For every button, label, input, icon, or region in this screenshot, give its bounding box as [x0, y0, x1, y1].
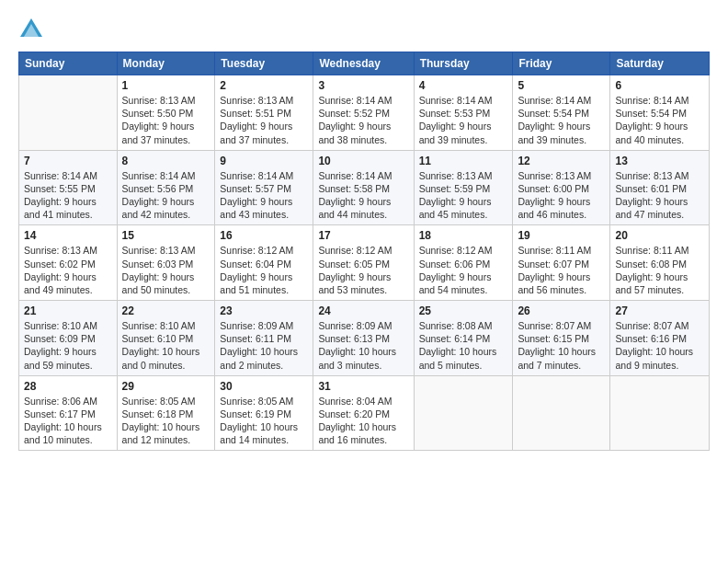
calendar-week-row: 7Sunrise: 8:14 AM Sunset: 5:55 PM Daylig…	[19, 150, 710, 225]
day-info: Sunrise: 8:13 AM Sunset: 6:01 PM Dayligh…	[615, 169, 704, 222]
calendar-cell: 30Sunrise: 8:05 AM Sunset: 6:19 PM Dayli…	[215, 375, 313, 451]
calendar-cell: 17Sunrise: 8:12 AM Sunset: 6:05 PM Dayli…	[313, 225, 414, 301]
day-info: Sunrise: 8:11 AM Sunset: 6:08 PM Dayligh…	[615, 244, 704, 296]
calendar-cell: 20Sunrise: 8:11 AM Sunset: 6:08 PM Dayli…	[610, 225, 710, 301]
day-number: 24	[318, 304, 408, 317]
calendar-cell: 31Sunrise: 8:04 AM Sunset: 6:20 PM Dayli…	[313, 375, 414, 451]
day-number: 16	[220, 229, 308, 242]
calendar-cell: 4Sunrise: 8:14 AM Sunset: 5:53 PM Daylig…	[414, 75, 513, 151]
day-info: Sunrise: 8:10 AM Sunset: 6:09 PM Dayligh…	[24, 319, 112, 372]
day-info: Sunrise: 8:12 AM Sunset: 6:05 PM Dayligh…	[318, 244, 408, 296]
calendar: SundayMondayTuesdayWednesdayThursdayFrid…	[18, 52, 710, 451]
day-info: Sunrise: 8:07 AM Sunset: 6:16 PM Dayligh…	[615, 319, 704, 372]
calendar-cell: 22Sunrise: 8:10 AM Sunset: 6:10 PM Dayli…	[117, 301, 215, 376]
day-info: Sunrise: 8:14 AM Sunset: 5:57 PM Dayligh…	[220, 169, 308, 222]
day-number: 13	[615, 155, 704, 167]
day-info: Sunrise: 8:13 AM Sunset: 5:59 PM Dayligh…	[419, 169, 508, 222]
calendar-cell: 9Sunrise: 8:14 AM Sunset: 5:57 PM Daylig…	[215, 150, 313, 225]
day-number: 2	[220, 79, 308, 92]
calendar-week-row: 1Sunrise: 8:13 AM Sunset: 5:50 PM Daylig…	[19, 75, 710, 151]
day-number: 22	[122, 304, 210, 317]
calendar-cell: 7Sunrise: 8:14 AM Sunset: 5:55 PM Daylig…	[19, 150, 118, 225]
day-number: 10	[318, 155, 408, 167]
day-number: 12	[518, 155, 605, 167]
day-number: 19	[518, 229, 605, 242]
day-number: 26	[518, 304, 605, 317]
calendar-week-row: 21Sunrise: 8:10 AM Sunset: 6:09 PM Dayli…	[19, 301, 710, 376]
page: SundayMondayTuesdayWednesdayThursdayFrid…	[0, 0, 728, 460]
day-info: Sunrise: 8:14 AM Sunset: 5:56 PM Dayligh…	[122, 169, 210, 222]
day-info: Sunrise: 8:10 AM Sunset: 6:10 PM Dayligh…	[122, 319, 210, 372]
calendar-cell: 1Sunrise: 8:13 AM Sunset: 5:50 PM Daylig…	[117, 75, 215, 151]
day-number: 15	[122, 229, 210, 242]
day-info: Sunrise: 8:13 AM Sunset: 6:02 PM Dayligh…	[24, 244, 112, 296]
day-number: 28	[24, 380, 112, 393]
calendar-cell: 6Sunrise: 8:14 AM Sunset: 5:54 PM Daylig…	[610, 75, 710, 151]
calendar-cell: 27Sunrise: 8:07 AM Sunset: 6:16 PM Dayli…	[610, 301, 710, 376]
day-info: Sunrise: 8:11 AM Sunset: 6:07 PM Dayligh…	[518, 244, 605, 296]
day-info: Sunrise: 8:13 AM Sunset: 5:50 PM Dayligh…	[122, 94, 210, 146]
calendar-cell: 10Sunrise: 8:14 AM Sunset: 5:58 PM Dayli…	[313, 150, 414, 225]
logo-icon	[18, 17, 44, 42]
calendar-cell: 12Sunrise: 8:13 AM Sunset: 6:00 PM Dayli…	[513, 150, 610, 225]
weekday-header: Wednesday	[313, 52, 414, 75]
day-info: Sunrise: 8:14 AM Sunset: 5:53 PM Dayligh…	[419, 94, 508, 146]
calendar-cell: 21Sunrise: 8:10 AM Sunset: 6:09 PM Dayli…	[19, 301, 118, 376]
day-info: Sunrise: 8:13 AM Sunset: 5:51 PM Dayligh…	[220, 94, 308, 146]
day-number: 23	[220, 304, 308, 317]
calendar-cell: 25Sunrise: 8:08 AM Sunset: 6:14 PM Dayli…	[414, 301, 513, 376]
calendar-cell: 16Sunrise: 8:12 AM Sunset: 6:04 PM Dayli…	[215, 225, 313, 301]
calendar-cell: 24Sunrise: 8:09 AM Sunset: 6:13 PM Dayli…	[313, 301, 414, 376]
day-info: Sunrise: 8:05 AM Sunset: 6:19 PM Dayligh…	[220, 395, 308, 447]
day-info: Sunrise: 8:14 AM Sunset: 5:54 PM Dayligh…	[615, 94, 704, 146]
weekday-row: SundayMondayTuesdayWednesdayThursdayFrid…	[19, 52, 710, 75]
day-number: 5	[518, 79, 605, 92]
day-info: Sunrise: 8:09 AM Sunset: 6:11 PM Dayligh…	[220, 319, 308, 372]
day-number: 3	[318, 79, 408, 92]
day-number: 11	[419, 155, 508, 167]
calendar-cell: 18Sunrise: 8:12 AM Sunset: 6:06 PM Dayli…	[414, 225, 513, 301]
weekday-header: Thursday	[414, 52, 513, 75]
weekday-header: Saturday	[610, 52, 710, 75]
day-info: Sunrise: 8:06 AM Sunset: 6:17 PM Dayligh…	[24, 395, 112, 447]
day-info: Sunrise: 8:14 AM Sunset: 5:55 PM Dayligh…	[24, 169, 112, 222]
day-number: 30	[220, 380, 308, 393]
day-info: Sunrise: 8:08 AM Sunset: 6:14 PM Dayligh…	[419, 319, 508, 372]
day-number: 27	[615, 304, 704, 317]
calendar-header: SundayMondayTuesdayWednesdayThursdayFrid…	[19, 52, 710, 75]
day-info: Sunrise: 8:05 AM Sunset: 6:18 PM Dayligh…	[122, 395, 210, 447]
day-info: Sunrise: 8:04 AM Sunset: 6:20 PM Dayligh…	[318, 395, 408, 447]
calendar-cell	[19, 75, 118, 151]
day-info: Sunrise: 8:12 AM Sunset: 6:06 PM Dayligh…	[419, 244, 508, 296]
calendar-cell: 19Sunrise: 8:11 AM Sunset: 6:07 PM Dayli…	[513, 225, 610, 301]
logo	[18, 17, 48, 42]
weekday-header: Sunday	[19, 52, 118, 75]
calendar-cell: 26Sunrise: 8:07 AM Sunset: 6:15 PM Dayli…	[513, 301, 610, 376]
calendar-cell: 8Sunrise: 8:14 AM Sunset: 5:56 PM Daylig…	[117, 150, 215, 225]
day-info: Sunrise: 8:13 AM Sunset: 6:03 PM Dayligh…	[122, 244, 210, 296]
calendar-cell: 13Sunrise: 8:13 AM Sunset: 6:01 PM Dayli…	[610, 150, 710, 225]
calendar-cell: 23Sunrise: 8:09 AM Sunset: 6:11 PM Dayli…	[215, 301, 313, 376]
header	[18, 17, 710, 42]
calendar-cell	[414, 375, 513, 451]
day-number: 9	[220, 155, 308, 167]
calendar-cell: 2Sunrise: 8:13 AM Sunset: 5:51 PM Daylig…	[215, 75, 313, 151]
calendar-cell	[513, 375, 610, 451]
day-info: Sunrise: 8:09 AM Sunset: 6:13 PM Dayligh…	[318, 319, 408, 372]
day-number: 8	[122, 155, 210, 167]
day-number: 25	[419, 304, 508, 317]
day-info: Sunrise: 8:07 AM Sunset: 6:15 PM Dayligh…	[518, 319, 605, 372]
day-number: 20	[615, 229, 704, 242]
day-number: 14	[24, 229, 112, 242]
day-info: Sunrise: 8:14 AM Sunset: 5:54 PM Dayligh…	[518, 94, 605, 146]
day-number: 4	[419, 79, 508, 92]
weekday-header: Tuesday	[215, 52, 313, 75]
day-number: 18	[419, 229, 508, 242]
day-number: 29	[122, 380, 210, 393]
day-info: Sunrise: 8:13 AM Sunset: 6:00 PM Dayligh…	[518, 169, 605, 222]
day-info: Sunrise: 8:14 AM Sunset: 5:52 PM Dayligh…	[318, 94, 408, 146]
day-number: 6	[615, 79, 704, 92]
calendar-body: 1Sunrise: 8:13 AM Sunset: 5:50 PM Daylig…	[19, 75, 710, 451]
day-number: 21	[24, 304, 112, 317]
day-number: 31	[318, 380, 408, 393]
